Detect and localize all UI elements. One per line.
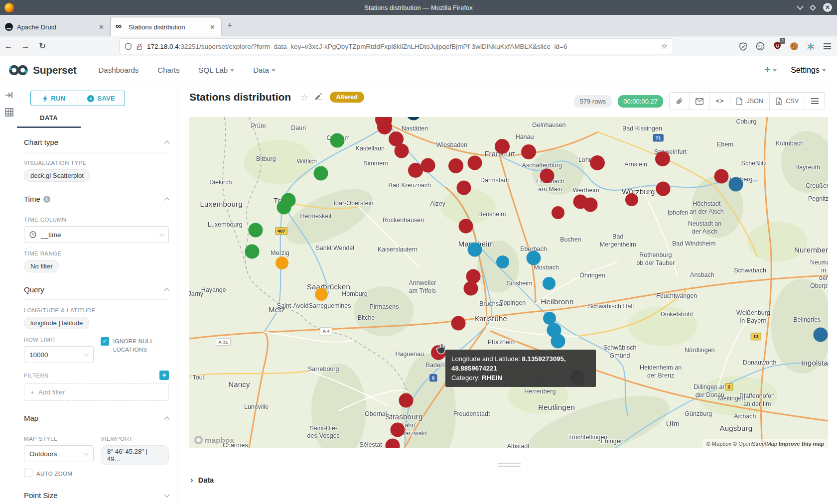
scatter-point[interactable] (729, 177, 743, 191)
window-minimize-button[interactable] (797, 3, 804, 10)
improve-map-link[interactable]: Improve this map (779, 441, 824, 447)
browser-menu-icon[interactable] (824, 43, 831, 49)
scatter-point[interactable] (655, 151, 670, 166)
scatter-point[interactable] (245, 244, 259, 258)
scatter-point[interactable] (315, 288, 328, 301)
new-item-button[interactable]: + (765, 64, 777, 76)
scatter-point[interactable] (543, 312, 556, 325)
scatter-point[interactable] (377, 120, 392, 134)
tab-stations-distribution[interactable]: ∞ Stations distribution ✕ (111, 17, 221, 36)
scatter-point[interactable] (459, 219, 473, 234)
save-button[interactable]: + SAVE (78, 91, 125, 106)
ignore-null-checkbox[interactable]: ✓ (101, 337, 109, 346)
scatter-point[interactable] (399, 393, 413, 407)
row-limit-select[interactable]: 10000 (24, 346, 94, 363)
scatter-point[interactable] (330, 133, 345, 148)
back-button[interactable]: ← (0, 41, 17, 51)
email-button[interactable] (689, 93, 709, 110)
viz-type-value[interactable]: deck.gl Scatterplot (24, 169, 90, 182)
scatter-point[interactable] (457, 180, 471, 195)
scatter-point[interactable] (249, 223, 263, 237)
bookmark-star-icon[interactable]: ☆ (661, 42, 668, 51)
scatter-point[interactable] (390, 422, 405, 437)
section-point-size-header[interactable]: Point Size (24, 491, 169, 504)
tab-close-icon[interactable]: ✕ (98, 23, 105, 31)
colorful-asterisk-extension-icon[interactable] (807, 42, 815, 51)
window-maximize-button[interactable] (810, 4, 816, 11)
map-style-select[interactable]: Outdoors (24, 445, 94, 462)
scatter-point[interactable] (448, 158, 463, 173)
nav-item-sql-lab[interactable]: SQL Lab (199, 66, 235, 74)
superset-brand[interactable]: Superset (8, 64, 76, 77)
cookie-extension-icon[interactable] (790, 42, 798, 50)
url-text[interactable]: 172.18.0.4:32251/superset/explore/?form_… (147, 43, 657, 50)
lonlat-value[interactable]: longitude | latitude (24, 317, 89, 329)
chart-menu-button[interactable] (805, 93, 825, 110)
scatter-point[interactable] (543, 277, 556, 290)
scatter-point[interactable] (583, 197, 598, 212)
tab-apache-druid[interactable]: Apache Druid ✕ (0, 17, 111, 36)
file-csv-icon (776, 98, 782, 105)
add-filter-box[interactable]: + Add filter (24, 383, 169, 401)
new-tab-button[interactable]: + (227, 21, 233, 30)
mapbox-logo[interactable]: mapbox (194, 436, 234, 444)
export-json-button[interactable]: .JSON (730, 93, 769, 110)
edit-pencil-icon[interactable] (315, 93, 322, 100)
scatter-point[interactable] (496, 255, 509, 268)
tab-data[interactable]: DATA (40, 114, 177, 122)
scatter-point[interactable] (813, 327, 828, 342)
mask-extension-icon[interactable] (756, 42, 765, 51)
favorite-star-icon[interactable]: ☆ (300, 92, 309, 103)
section-map-header[interactable]: Map (24, 414, 169, 428)
insecure-lock-icon[interactable] (136, 43, 143, 50)
scatter-point[interactable] (421, 158, 435, 173)
section-time-header[interactable]: Timei (24, 195, 169, 209)
pane-resize-handle[interactable] (498, 463, 521, 467)
nav-item-data[interactable]: Data (253, 66, 276, 74)
scatter-point[interactable] (625, 193, 638, 206)
scatter-point[interactable] (314, 166, 328, 181)
scatter-point[interactable] (526, 251, 541, 265)
scatter-point[interactable] (451, 316, 465, 331)
scatter-point[interactable] (590, 155, 605, 170)
section-query-header[interactable]: Query (24, 285, 169, 300)
scatter-point[interactable] (468, 156, 482, 170)
export-csv-button[interactable]: .CSV (769, 93, 805, 110)
scatter-point[interactable] (277, 200, 291, 214)
nav-item-dashboards[interactable]: Dashboards (98, 66, 139, 74)
altered-badge[interactable]: Altered (330, 92, 364, 103)
scatter-point[interactable] (656, 182, 671, 196)
add-filter-plus-button[interactable]: + (159, 371, 169, 380)
time-range-value[interactable]: No filter (24, 260, 59, 272)
scatter-point[interactable] (495, 139, 510, 154)
scatter-point[interactable] (714, 169, 728, 184)
scatter-point[interactable] (394, 143, 409, 158)
datasource-grid-icon[interactable] (5, 108, 13, 117)
tab-close-icon[interactable]: ✕ (209, 23, 216, 31)
scatter-point[interactable] (276, 256, 288, 269)
scatter-point[interactable] (552, 206, 564, 219)
time-column-select[interactable]: __time (24, 226, 169, 243)
shield-check-extension-icon[interactable] (739, 42, 747, 51)
viewport-value[interactable]: 8° 46' 45.28" | 49… (101, 445, 169, 465)
data-panel-toggle[interactable]: › Data (190, 476, 214, 484)
scatter-point[interactable] (468, 243, 482, 257)
scatter-point[interactable] (464, 281, 478, 296)
scatter-point[interactable] (551, 334, 565, 349)
collapse-panel-icon[interactable] (5, 91, 13, 99)
map-canvas[interactable]: PrümDaunCochemNastättenKastellaunWiesbad… (189, 117, 828, 448)
section-chart-type-header[interactable]: Chart type (24, 138, 169, 152)
settings-menu[interactable]: Settings (791, 66, 826, 75)
window-close-button[interactable]: ✕ (823, 3, 832, 12)
scatter-point[interactable] (540, 168, 554, 183)
copy-link-button[interactable] (670, 93, 689, 110)
reload-button[interactable]: ↻ (34, 41, 51, 51)
auto-zoom-checkbox[interactable] (24, 469, 32, 477)
scatter-point[interactable] (521, 144, 536, 159)
run-button[interactable]: RUN (31, 91, 78, 106)
nav-item-charts[interactable]: Charts (157, 66, 179, 74)
shield-icon[interactable] (125, 43, 132, 50)
embed-code-button[interactable]: <> (709, 93, 730, 110)
forward-button[interactable]: → (17, 41, 34, 51)
url-bar[interactable]: 172.18.0.4:32251/superset/explore/?form_… (120, 39, 673, 54)
